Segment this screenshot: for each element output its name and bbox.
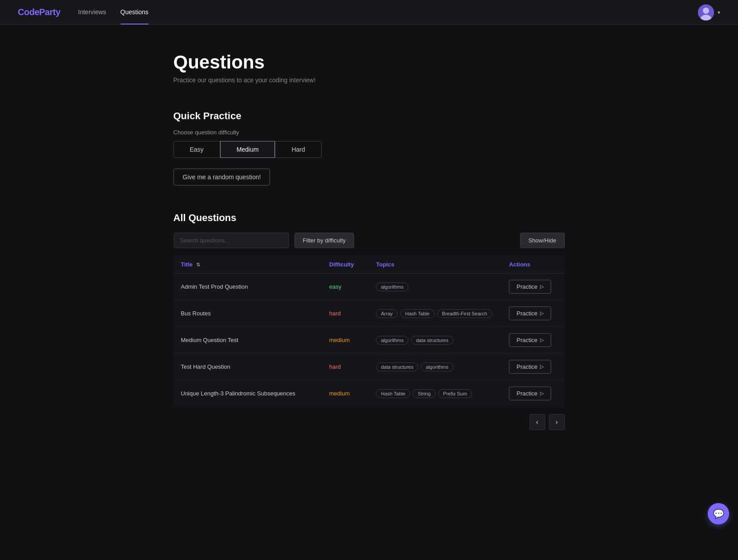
nav-link-questions[interactable]: Questions	[121, 0, 149, 24]
main-content: Questions Practice our questions to ace …	[156, 25, 583, 466]
table-row: Unique Length-3 Palindromic Subsequences…	[173, 380, 565, 407]
cell-title: Bus Routes	[173, 300, 322, 327]
practice-button[interactable]: Practice▷	[509, 333, 551, 347]
topic-tag: algorithms	[376, 282, 408, 291]
cell-difficulty: easy	[322, 274, 369, 300]
filter-by-difficulty-button[interactable]: Filter by difficulty	[294, 233, 355, 248]
table-row: Medium Question Testmediumalgorithmsdata…	[173, 327, 565, 354]
cell-topics: algorithmsdata structures	[369, 327, 502, 354]
col-header-topics: Topics	[369, 256, 502, 274]
nav-link-interviews[interactable]: Interviews	[78, 0, 106, 24]
filter-bar: Filter by difficulty Show/Hide	[173, 233, 565, 248]
chevron-down-icon[interactable]: ▾	[718, 9, 720, 16]
pagination-next-button[interactable]: ›	[549, 414, 565, 430]
page-subtitle: Practice our questions to ace your codin…	[173, 77, 565, 84]
practice-label: Practice	[516, 390, 537, 397]
random-question-button[interactable]: Give me a random question!	[173, 169, 270, 185]
difficulty-medium-button[interactable]: Medium	[220, 141, 275, 158]
table-row: Test Hard Questionharddata structuresalg…	[173, 354, 565, 380]
cell-topics: data structuresalgorithms	[369, 354, 502, 380]
all-questions-section: All Questions Filter by difficulty Show/…	[173, 212, 565, 430]
topic-tag: Hash Table	[400, 309, 435, 318]
practice-label: Practice	[516, 337, 537, 343]
difficulty-buttons: Easy Medium Hard	[173, 141, 565, 158]
cell-title: Admin Test Prod Question	[173, 274, 322, 300]
play-icon: ▷	[540, 310, 544, 316]
cell-actions: Practice▷	[502, 274, 565, 300]
topic-tag: Hash Table	[376, 389, 410, 398]
cell-topics: ArrayHash TableBreadth-First Search	[369, 300, 502, 327]
difficulty-hard-button[interactable]: Hard	[275, 141, 321, 158]
difficulty-easy-button[interactable]: Easy	[173, 141, 220, 158]
avatar[interactable]	[698, 4, 714, 20]
cell-difficulty: hard	[322, 300, 369, 327]
practice-label: Practice	[516, 283, 537, 290]
play-icon: ▷	[540, 284, 544, 290]
cell-difficulty: medium	[322, 380, 369, 407]
nav-links: Interviews Questions	[78, 0, 149, 24]
logo: CodeParty	[18, 7, 60, 17]
play-icon: ▷	[540, 391, 544, 396]
practice-button[interactable]: Practice▷	[509, 387, 551, 400]
cell-title: Medium Question Test	[173, 327, 322, 354]
topic-tag: Array	[376, 309, 397, 318]
choose-difficulty-label: Choose question difficulty	[173, 129, 565, 136]
col-header-actions: Actions	[502, 256, 565, 274]
table-row: Admin Test Prod QuestioneasyalgorithmsPr…	[173, 274, 565, 300]
play-icon: ▷	[540, 364, 544, 370]
page-title: Questions	[173, 52, 565, 73]
pagination: ‹ ›	[173, 414, 565, 430]
practice-button[interactable]: Practice▷	[509, 360, 551, 374]
cell-actions: Practice▷	[502, 354, 565, 380]
questions-table: Title ⇅ Difficulty Topics Actions Admin …	[173, 255, 565, 407]
cell-title: Test Hard Question	[173, 354, 322, 380]
pagination-prev-button[interactable]: ‹	[529, 414, 545, 430]
cell-topics: Hash TableStringPrefix Sum	[369, 380, 502, 407]
chat-widget[interactable]: 💬	[708, 503, 729, 524]
show-hide-button[interactable]: Show/Hide	[520, 233, 565, 248]
svg-point-1	[703, 8, 709, 14]
col-header-difficulty: Difficulty	[322, 256, 369, 274]
practice-button[interactable]: Practice▷	[509, 306, 551, 320]
table-row: Bus RouteshardArrayHash TableBreadth-Fir…	[173, 300, 565, 327]
sort-icon-title[interactable]: ⇅	[196, 262, 200, 267]
cell-topics: algorithms	[369, 274, 502, 300]
topic-tag: Breadth-First Search	[437, 309, 492, 318]
topic-tag: Prefix Sum	[438, 389, 472, 398]
quick-practice-section: Quick Practice Choose question difficult…	[173, 110, 565, 185]
navbar: CodeParty Interviews Questions ▾	[0, 0, 738, 25]
table-header-row: Title ⇅ Difficulty Topics Actions	[173, 256, 565, 274]
cell-actions: Practice▷	[502, 327, 565, 354]
play-icon: ▷	[540, 337, 544, 343]
topic-tag: algorithms	[421, 363, 453, 371]
cell-actions: Practice▷	[502, 380, 565, 407]
practice-button[interactable]: Practice▷	[509, 280, 551, 294]
search-input[interactable]	[173, 233, 289, 248]
practice-label: Practice	[516, 363, 537, 370]
quick-practice-title: Quick Practice	[173, 110, 565, 122]
cell-actions: Practice▷	[502, 300, 565, 327]
all-questions-title: All Questions	[173, 212, 565, 224]
col-header-title: Title ⇅	[173, 256, 322, 274]
topic-tag: String	[413, 389, 436, 398]
navbar-right: ▾	[698, 4, 720, 20]
navbar-left: CodeParty Interviews Questions	[18, 0, 149, 24]
cell-difficulty: medium	[322, 327, 369, 354]
topic-tag: data structures	[411, 336, 453, 345]
cell-difficulty: hard	[322, 354, 369, 380]
practice-label: Practice	[516, 310, 537, 317]
topic-tag: data structures	[376, 363, 418, 371]
filter-bar-left: Filter by difficulty	[173, 233, 355, 248]
topic-tag: algorithms	[376, 336, 408, 345]
chat-icon: 💬	[713, 508, 724, 519]
cell-title: Unique Length-3 Palindromic Subsequences	[173, 380, 322, 407]
